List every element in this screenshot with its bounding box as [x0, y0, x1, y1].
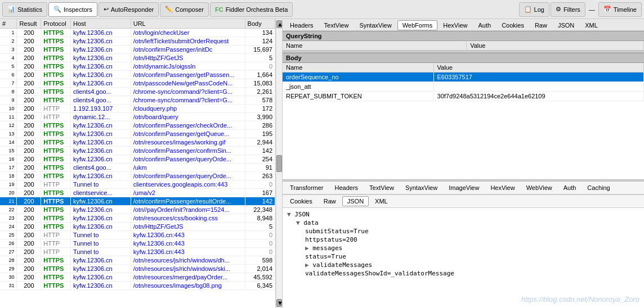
tab-raw[interactable]: Raw — [530, 20, 552, 30]
body-table: Name Value orderSequence_noE603357517_js… — [283, 63, 644, 101]
table-row[interactable]: 4200HTTPSkyfw.12306.cn/otn/HttpZF/GetJS5 — [0, 54, 275, 62]
statistics-btn[interactable]: 📊 Statistics — [2, 2, 47, 17]
row-url: /otn//payOrder/init?random=1524... — [131, 206, 245, 214]
table-row[interactable]: 27200HTTPTunnel tokyfw.12306.cn:4430 — [0, 248, 275, 256]
inspectors-btn[interactable]: 🔍 Inspectors — [48, 2, 97, 17]
table-row[interactable]: 13200HTTPSkyfw.12306.cn/otn/confirmPasse… — [0, 130, 275, 138]
tab-auth[interactable]: Auth — [473, 20, 497, 30]
table-row[interactable]: 23200HTTPSkyfw.12306.cn/otn/resources/cs… — [0, 214, 275, 223]
json-tree-item: ▼ data — [287, 219, 639, 227]
table-row[interactable]: 22200HTTPSkyfw.12306.cn/otn//payOrder/in… — [0, 206, 275, 214]
body-table-row[interactable]: _json_att — [283, 82, 644, 92]
autoresponder-btn[interactable]: ↩ AutoResponder — [99, 2, 159, 17]
row-num: 27 — [0, 248, 17, 256]
log-icon: 📋 — [524, 6, 532, 13]
table-row[interactable]: 15200HTTPSkyfw.12306.cn/otn/confirmPasse… — [0, 147, 275, 155]
table-row[interactable]: 28200HTTPSkyfw.12306.cn/otn/resources/js… — [0, 256, 275, 265]
table-row[interactable]: 14200HTTPSkyfw.12306.cn/otn/resources/im… — [0, 138, 275, 147]
timeline-btn[interactable]: 📅 Timeline — [598, 2, 642, 17]
session-scrollbar[interactable]: ▲ ▼ — [276, 19, 283, 308]
row-body: 15,083 — [245, 79, 275, 88]
tab-caching[interactable]: Caching — [582, 183, 615, 193]
row-result: 200 — [17, 71, 41, 79]
row-protocol: HTTPS — [41, 71, 71, 79]
row-result: 200 — [17, 79, 41, 88]
row-url: /otn/confirmPassenger/queryOrde... — [131, 155, 245, 164]
tab-syntaxview-bottom[interactable]: SyntaxView — [400, 183, 442, 193]
row-protocol: HTTPS — [41, 265, 71, 273]
tab-imageview[interactable]: ImageView — [444, 183, 484, 193]
orchestra-btn[interactable]: FC Fiddler Orchestra Beta — [210, 2, 293, 17]
tab-cookies[interactable]: Cookies — [497, 20, 529, 30]
tab-webforms[interactable]: WebForms — [397, 20, 438, 30]
row-host: kyfw.12306.cn — [70, 130, 131, 138]
tab-transformer[interactable]: Transformer — [285, 183, 329, 193]
table-row[interactable]: 2200HTTPSkyfw.12306.cn/otn/leftTicket/su… — [0, 37, 275, 46]
table-row[interactable]: 12200HTTPSkyfw.12306.cn/otn/confirmPasse… — [0, 121, 275, 130]
table-row[interactable]: 25200HTTPTunnel tokyfw.12306.cn:4430 — [0, 231, 275, 239]
table-row[interactable]: 29200HTTPSkyfw.12306.cn/otn/resources/js… — [0, 265, 275, 273]
table-row[interactable]: 18200HTTPSkyfw.12306.cn/otn/confirmPasse… — [0, 172, 275, 180]
row-result: 200 — [17, 138, 41, 147]
body-row-name: REPEAT_SUBMIT_TOKEN — [283, 92, 433, 101]
tree-arrow[interactable]: ▼ — [287, 211, 294, 218]
table-row[interactable]: 30200HTTPSkyfw.12306.cn/otn/resources/me… — [0, 273, 275, 282]
table-row[interactable]: 20200HTTPSclientservice.../uma/v2167 — [0, 189, 275, 197]
tab-auth-bottom[interactable]: Auth — [558, 183, 582, 193]
table-row[interactable]: 6200HTTPSkyfw.12306.cn/otn/confirmPassen… — [0, 71, 275, 79]
table-row[interactable]: 24200HTTPSkyfw.12306.cn/otn/HttpZF/GetJS… — [0, 223, 275, 231]
row-host: kyfw.12306.cn — [70, 256, 131, 265]
tab-textview[interactable]: TextView — [319, 20, 354, 30]
table-row[interactable]: 1200HTTPSkyfw.12306.cn/otn/login/checkUs… — [0, 29, 275, 37]
filters-icon: ⚙ — [556, 6, 561, 13]
tab-headers[interactable]: Headers — [285, 20, 319, 30]
table-row[interactable]: 10200HTTP1.192.193.107/cloudquery.php172 — [0, 105, 275, 113]
body-row-value — [433, 82, 643, 92]
row-body: 6,345 — [245, 282, 275, 290]
tab-json-bottom[interactable]: JSON — [342, 196, 369, 206]
tab-xml-bottom[interactable]: XML — [370, 196, 393, 206]
row-protocol: HTTPS — [41, 79, 71, 88]
row-body: 0 — [245, 231, 275, 239]
table-row[interactable]: 21200HTTPSkyfw.12306.cn/otn/confirmPasse… — [0, 197, 275, 206]
session-table-wrap[interactable]: # Result Protocol Host URL Body 1200HTTP… — [0, 19, 275, 308]
body-table-row[interactable]: orderSequence_noE603357517 — [283, 73, 644, 82]
row-url: /otn/confirmPassenger/resultOrde... — [131, 197, 245, 206]
tab-cookies-bottom[interactable]: Cookies — [285, 196, 317, 206]
tab-headers-bottom[interactable]: Headers — [330, 183, 364, 193]
tab-textview-bottom[interactable]: TextView — [364, 183, 399, 193]
tab-raw-bottom[interactable]: Raw — [319, 196, 341, 206]
table-row[interactable]: 16200HTTPSkyfw.12306.cn/otn/confirmPasse… — [0, 155, 275, 164]
table-row[interactable]: 5200HTTPSkyfw.12306.cn/otn/dynamicJs/oig… — [0, 62, 275, 71]
table-row[interactable]: 31200HTTPSkyfw.12306.cn/otn/resources/im… — [0, 282, 275, 290]
table-row[interactable]: 11200HTTPdynamic.12.../otn/board/query3,… — [0, 113, 275, 121]
row-body: 124 — [245, 37, 275, 46]
tab-syntaxview[interactable]: SyntaxView — [354, 20, 396, 30]
tree-arrow[interactable]: ▶ — [305, 261, 312, 269]
tab-hexview-bottom[interactable]: HexView — [485, 183, 520, 193]
log-btn[interactable]: 📋 Log — [519, 2, 549, 17]
tab-hexview[interactable]: HexView — [438, 20, 472, 30]
table-row[interactable]: 9200HTTPSclients4.goo.../chrome-sync/com… — [0, 96, 275, 105]
filters-btn[interactable]: ⚙ Filters — [551, 2, 585, 17]
row-protocol: HTTPS — [41, 282, 71, 290]
table-row[interactable]: 17200HTTPSclients4.goo.../ukm91 — [0, 164, 275, 172]
composer-btn[interactable]: ✏️ Composer — [160, 2, 209, 17]
table-row[interactable]: 26200HTTPTunnel tokyfw.12306.cn:4430 — [0, 239, 275, 248]
table-row[interactable]: 19200HTTPTunnel toclientservices.googlea… — [0, 180, 275, 189]
row-body: 0 — [245, 180, 275, 189]
table-row[interactable]: 3200HTTPSkyfw.12306.cn/otn/confirmPassen… — [0, 46, 275, 54]
tree-arrow[interactable]: ▼ — [296, 219, 303, 227]
row-num: 30 — [0, 273, 17, 282]
table-row[interactable]: 7200HTTPSkyfw.12306.cn/otn/passcodeNew/g… — [0, 79, 275, 88]
tab-json[interactable]: JSON — [553, 20, 579, 30]
table-row[interactable]: 8200HTTPSclients4.goo.../chrome-sync/com… — [0, 88, 275, 96]
body-table-row[interactable]: REPEAT_SUBMIT_TOKEN30f7d9248a5312194ce2e… — [283, 92, 644, 101]
tab-webview[interactable]: WebView — [521, 183, 557, 193]
row-body: 598 — [245, 256, 275, 265]
row-body: 91 — [245, 164, 275, 172]
row-url: /otn/passcodeNew/getPassCodeN... — [131, 79, 245, 88]
qs-col-name: Name — [283, 41, 467, 51]
tree-arrow[interactable]: ▶ — [305, 244, 312, 252]
tab-xml[interactable]: XML — [580, 20, 603, 30]
